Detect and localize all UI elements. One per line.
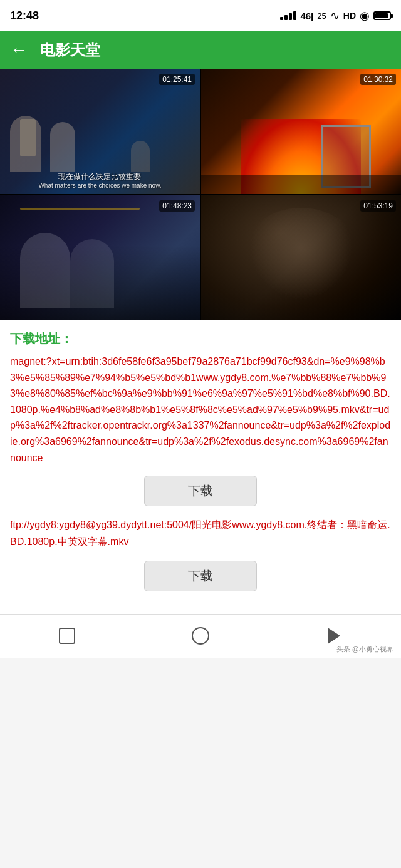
video-thumb-3[interactable]: 01:48:23: [0, 195, 200, 320]
app-bar: ← 电影天堂: [0, 31, 401, 69]
video-grid: 01:25:41 现在做什么决定比较重要 What matters are th…: [0, 69, 401, 320]
nav-bar: 头条 @小勇心视界: [0, 614, 401, 658]
figure-right: [70, 239, 114, 308]
magnet-link-text[interactable]: magnet:?xt=urn:btih:3d6fe58fe6f3a95bef79…: [10, 354, 391, 466]
recent-apps-icon: [59, 628, 75, 644]
download-label: 下载地址：: [10, 330, 391, 347]
battery-icon: [373, 11, 391, 20]
thumb-1-timestamp: 01:25:41: [159, 74, 195, 85]
download-button-1[interactable]: 下载: [144, 476, 257, 506]
download-btn-1-wrap: 下载: [10, 476, 391, 506]
watermark-text: 头条 @小勇心视界: [336, 645, 393, 654]
download-button-2[interactable]: 下载: [144, 561, 257, 591]
ftp-link-text[interactable]: ftp://ygdy8:ygdy8@yg39.dydytt.net:5004/阳…: [10, 516, 391, 550]
download-btn-2-wrap: 下载: [10, 561, 391, 591]
back-icon: [328, 628, 340, 644]
thumb-3-timestamp: 01:48:23: [159, 200, 195, 212]
nav-home-button[interactable]: [188, 623, 213, 648]
wifi-icon: ∿: [330, 9, 340, 23]
signal-icon: [280, 11, 296, 20]
app-title: 电影天堂: [40, 40, 100, 60]
nav-recent-apps-button[interactable]: [55, 623, 80, 648]
video-thumb-1[interactable]: 01:25:41 现在做什么决定比较重要 What matters are th…: [0, 69, 200, 194]
video-thumb-4[interactable]: 01:53:19: [201, 195, 401, 320]
video-thumb-2[interactable]: 01:30:32: [201, 69, 401, 194]
hd-label: HD: [343, 11, 356, 21]
status-bar: 12:48 46| 25 ∿ HD ◉: [0, 0, 401, 31]
home-icon: [192, 627, 209, 645]
battery-indicator: 25: [317, 11, 326, 21]
thumb-2-timestamp: 01:30:32: [360, 74, 396, 85]
alarm-icon: ◉: [360, 9, 370, 23]
status-right-icons: 46| 25 ∿ HD ◉: [280, 9, 391, 23]
thumb-1-subtitle: 现在做什么决定比较重要 What matters are the choices…: [38, 171, 161, 189]
network-type: 46|: [300, 11, 313, 21]
figure-left: [20, 233, 70, 308]
content-area: 下载地址： magnet:?xt=urn:btih:3d6fe58fe6f3a9…: [0, 320, 401, 614]
back-button[interactable]: ←: [10, 40, 28, 60]
thumb-4-timestamp: 01:53:19: [360, 200, 396, 212]
status-time: 12:48: [10, 9, 39, 23]
